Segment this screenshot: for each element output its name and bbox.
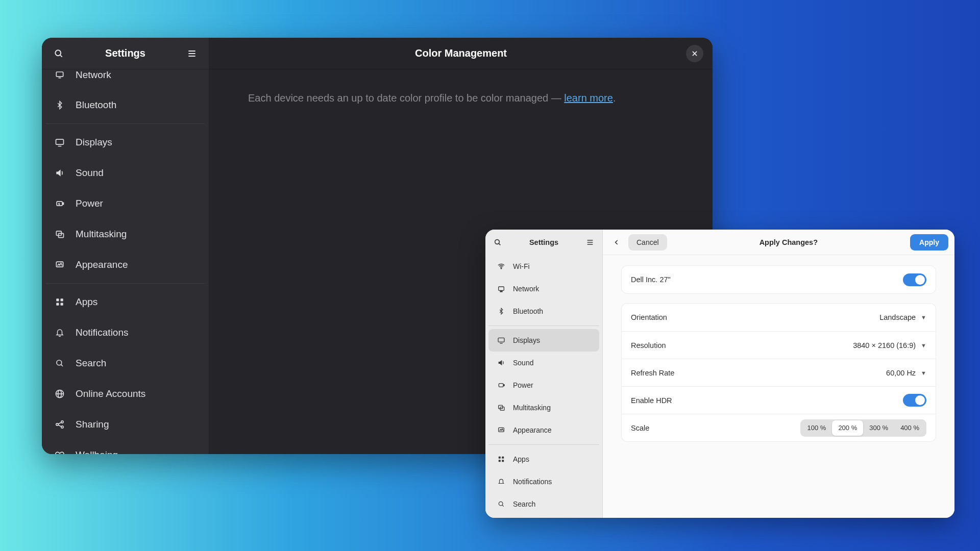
sidebar-item-power[interactable]: Power bbox=[42, 188, 209, 219]
svg-rect-15 bbox=[61, 298, 63, 301]
separator bbox=[488, 325, 599, 326]
sidebar-item-network[interactable]: Network bbox=[42, 69, 209, 90]
dark-nav: Network Bluetooth Displays Sound Po bbox=[42, 69, 209, 454]
bell-icon bbox=[53, 328, 66, 338]
light-nav: Wi-Fi Network Bluetooth Displays So bbox=[485, 255, 602, 518]
sidebar-item-label: Online Accounts bbox=[76, 388, 145, 399]
sidebar-item-notifications[interactable]: Notifications bbox=[488, 470, 599, 493]
svg-rect-36 bbox=[499, 287, 504, 290]
dark-sidebar-header: Settings bbox=[42, 38, 209, 69]
bell-icon bbox=[497, 478, 506, 486]
hdr-toggle[interactable] bbox=[903, 394, 926, 407]
sidebar-item-label: Sound bbox=[513, 359, 533, 367]
search-icon bbox=[53, 359, 66, 368]
apps-icon bbox=[53, 297, 66, 307]
sidebar-item-sharing[interactable]: Sharing bbox=[42, 409, 209, 440]
appearance-icon bbox=[497, 426, 506, 434]
bluetooth-icon bbox=[53, 100, 66, 110]
multitasking-icon bbox=[53, 229, 66, 239]
sidebar-item-sound[interactable]: Sound bbox=[488, 352, 599, 374]
sidebar-item-power[interactable]: Power bbox=[488, 374, 599, 396]
sidebar-item-multitasking[interactable]: Multitasking bbox=[488, 396, 599, 419]
sidebar-item-sound[interactable]: Sound bbox=[42, 158, 209, 188]
sidebar-item-wellbeing[interactable]: Wellbeing bbox=[42, 440, 209, 454]
sidebar-item-search[interactable]: Search bbox=[488, 493, 599, 515]
resolution-value: 3840 × 2160 (16:9) bbox=[853, 341, 916, 349]
displays-icon bbox=[497, 336, 506, 344]
hdr-row: Enable HDR bbox=[622, 386, 936, 414]
sidebar-item-label: Displays bbox=[513, 336, 540, 344]
cancel-button[interactable]: Cancel bbox=[628, 234, 667, 251]
refresh-label: Refresh Rate bbox=[631, 369, 674, 377]
display-settings-content: Dell Inc. 27" Orientation Landscape ▼ Re… bbox=[603, 255, 954, 461]
search-icon bbox=[497, 500, 506, 508]
sidebar-item-apps[interactable]: Apps bbox=[488, 448, 599, 470]
sidebar-item-appearance[interactable]: Appearance bbox=[42, 249, 209, 280]
svg-line-50 bbox=[502, 505, 504, 507]
sidebar-item-apps[interactable]: Apps bbox=[42, 287, 209, 317]
sidebar-item-network[interactable]: Network bbox=[488, 278, 599, 300]
dark-sidebar-title: Settings bbox=[105, 47, 145, 59]
svg-rect-17 bbox=[61, 303, 63, 306]
apply-label: Apply bbox=[919, 238, 939, 246]
sidebar-item-notifications[interactable]: Notifications bbox=[42, 317, 209, 348]
display-name: Dell Inc. 27" bbox=[631, 276, 671, 284]
svg-rect-7 bbox=[56, 139, 64, 144]
search-icon[interactable] bbox=[51, 46, 66, 61]
multitasking-icon bbox=[497, 404, 506, 412]
scale-option-300[interactable]: 300 % bbox=[863, 420, 894, 436]
sidebar-item-label: Apps bbox=[513, 455, 529, 463]
hamburger-icon[interactable] bbox=[584, 236, 596, 248]
scale-option-200[interactable]: 200 % bbox=[832, 420, 863, 436]
sidebar-item-bluetooth[interactable]: Bluetooth bbox=[42, 90, 209, 120]
wifi-icon bbox=[497, 262, 506, 270]
cancel-label: Cancel bbox=[636, 238, 659, 246]
back-button[interactable] bbox=[609, 235, 624, 250]
svg-point-0 bbox=[55, 50, 61, 56]
sidebar-item-label: Notifications bbox=[513, 478, 552, 486]
close-button[interactable] bbox=[686, 45, 703, 62]
svg-rect-14 bbox=[56, 298, 59, 301]
svg-rect-5 bbox=[56, 72, 63, 77]
sidebar-item-displays[interactable]: Displays bbox=[488, 329, 599, 352]
network-icon bbox=[53, 69, 66, 80]
share-icon bbox=[53, 419, 66, 430]
sidebar-item-displays[interactable]: Displays bbox=[42, 127, 209, 158]
svg-line-26 bbox=[58, 422, 62, 424]
separator bbox=[46, 283, 205, 284]
hamburger-icon[interactable] bbox=[184, 46, 200, 61]
learn-more-link[interactable]: learn more bbox=[564, 92, 613, 104]
chevron-down-icon: ▼ bbox=[921, 342, 926, 348]
scale-option-400[interactable]: 400 % bbox=[894, 420, 925, 436]
apply-button[interactable]: Apply bbox=[910, 234, 948, 251]
sidebar-item-appearance[interactable]: Appearance bbox=[488, 419, 599, 441]
scale-option-100[interactable]: 100 % bbox=[801, 420, 832, 436]
displays-icon bbox=[53, 137, 66, 147]
resolution-row[interactable]: Resolution 3840 × 2160 (16:9) ▼ bbox=[622, 331, 936, 359]
light-sidebar: Settings Wi-Fi Network Bluetooth bbox=[485, 230, 603, 518]
display-enabled-toggle[interactable] bbox=[903, 273, 926, 286]
sidebar-item-search[interactable]: Search bbox=[42, 348, 209, 379]
page-title: Apply Changes? bbox=[671, 238, 906, 246]
light-sidebar-title: Settings bbox=[529, 238, 558, 246]
svg-rect-16 bbox=[56, 303, 59, 306]
bluetooth-icon bbox=[497, 307, 506, 315]
sidebar-item-label: Appearance bbox=[76, 259, 128, 270]
sidebar-item-wifi[interactable]: Wi-Fi bbox=[488, 255, 599, 278]
sidebar-item-label: Notifications bbox=[76, 327, 129, 338]
sidebar-item-bluetooth[interactable]: Bluetooth bbox=[488, 300, 599, 322]
svg-line-31 bbox=[499, 243, 500, 245]
sidebar-item-label: Search bbox=[76, 358, 106, 369]
svg-point-35 bbox=[501, 268, 502, 269]
display-enable-row: Dell Inc. 27" bbox=[622, 266, 936, 293]
search-icon[interactable] bbox=[492, 236, 504, 248]
sidebar-item-label: Power bbox=[513, 381, 533, 389]
light-sidebar-header: Settings bbox=[485, 230, 602, 255]
svg-line-27 bbox=[58, 425, 62, 427]
refresh-rate-row[interactable]: Refresh Rate 60,00 Hz ▼ bbox=[622, 359, 936, 386]
appearance-icon bbox=[53, 260, 66, 270]
orientation-row[interactable]: Orientation Landscape ▼ bbox=[622, 304, 936, 331]
sidebar-item-multitasking[interactable]: Multitasking bbox=[42, 219, 209, 249]
sidebar-item-online-accounts[interactable]: Online Accounts bbox=[42, 379, 209, 409]
sidebar-item-label: Search bbox=[513, 500, 535, 508]
